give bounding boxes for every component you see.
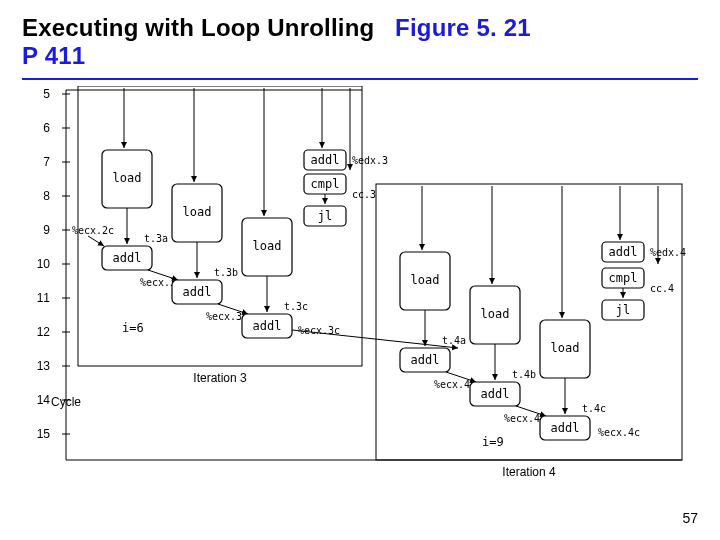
title-main: Executing with Loop Unrolling	[22, 14, 374, 41]
svg-text:11: 11	[37, 291, 51, 305]
y-ticks: 5 6 7 8 9 10 11 12 13 14 15	[37, 87, 70, 441]
svg-text:8: 8	[43, 189, 50, 203]
svg-text:6: 6	[43, 121, 50, 135]
svg-text:cc.4: cc.4	[650, 283, 674, 294]
slide-title: Executing with Loop Unrolling Figure 5. …	[22, 14, 531, 70]
iter3-edx-in: %edx.2	[130, 86, 166, 88]
svg-text:addl: addl	[311, 153, 340, 167]
iter4-end: i=9	[482, 435, 504, 449]
svg-text:9: 9	[43, 223, 50, 237]
svg-text:cmpl: cmpl	[609, 271, 638, 285]
title-page-ref: P 411	[22, 42, 531, 70]
svg-text:addl: addl	[481, 387, 510, 401]
svg-text:%edx.3: %edx.3	[352, 155, 388, 166]
svg-text:10: 10	[37, 257, 51, 271]
svg-text:7: 7	[43, 155, 50, 169]
svg-text:13: 13	[37, 359, 51, 373]
svg-line-48	[292, 330, 458, 348]
svg-text:%edx.4: %edx.4	[650, 247, 686, 258]
svg-text:%ecx.2c: %ecx.2c	[72, 225, 114, 236]
diagram: 5 6 7 8 9 10 11 12 13 14 15 Cy	[22, 86, 698, 496]
svg-line-34	[88, 236, 104, 246]
svg-text:cc.3: cc.3	[352, 189, 376, 200]
svg-text:5: 5	[43, 87, 50, 101]
svg-text:addl: addl	[113, 251, 142, 265]
title-figure-ref: Figure 5. 21	[395, 14, 531, 41]
svg-text:t.4c: t.4c	[582, 403, 606, 414]
iter3-caption: Iteration 3	[193, 371, 247, 385]
iter3-end: i=6	[122, 321, 144, 335]
svg-text:t.4b: t.4b	[512, 369, 536, 380]
iter4-caption: Iteration 4	[502, 465, 556, 479]
svg-text:load: load	[481, 307, 510, 321]
svg-text:addl: addl	[253, 319, 282, 333]
title-underline	[22, 78, 698, 80]
svg-text:15: 15	[37, 427, 51, 441]
svg-text:%ecx.4c: %ecx.4c	[598, 427, 640, 438]
svg-text:t.3a: t.3a	[144, 233, 168, 244]
svg-text:jl: jl	[616, 303, 630, 317]
svg-text:t.4a: t.4a	[442, 335, 466, 346]
svg-text:cmpl: cmpl	[311, 177, 340, 191]
svg-text:addl: addl	[551, 421, 580, 435]
svg-text:load: load	[253, 239, 282, 253]
svg-text:addl: addl	[609, 245, 638, 259]
svg-text:load: load	[411, 273, 440, 287]
y-axis-label: Cycle	[51, 395, 81, 409]
svg-text:addl: addl	[411, 353, 440, 367]
svg-text:t.3c: t.3c	[284, 301, 308, 312]
svg-text:load: load	[113, 171, 142, 185]
svg-text:14: 14	[37, 393, 51, 407]
svg-text:jl: jl	[318, 209, 332, 223]
svg-text:load: load	[183, 205, 212, 219]
svg-text:t.3b: t.3b	[214, 267, 238, 278]
svg-text:addl: addl	[183, 285, 212, 299]
svg-text:12: 12	[37, 325, 51, 339]
svg-text:load: load	[551, 341, 580, 355]
page-number: 57	[682, 510, 698, 526]
